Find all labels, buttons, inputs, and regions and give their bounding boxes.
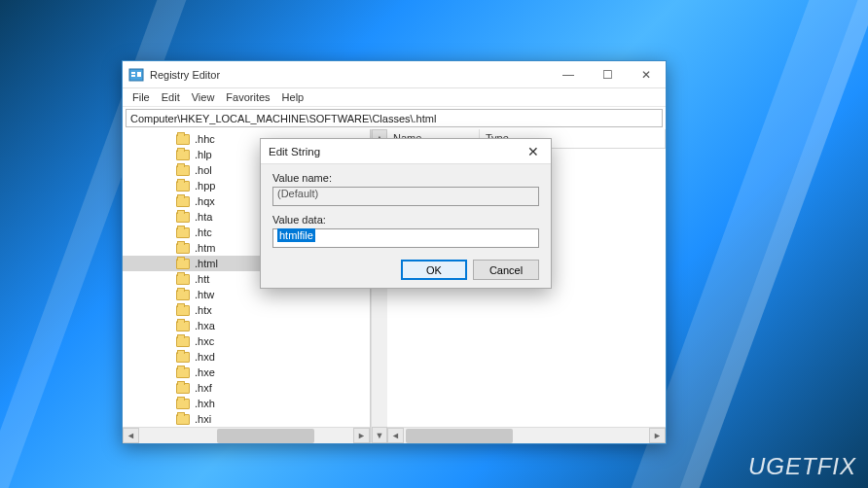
tree-item-label: .hhc: [195, 133, 215, 145]
tree-item-label: .hxd: [195, 351, 215, 363]
svg-rect-2: [131, 75, 135, 77]
folder-icon: [176, 336, 190, 347]
folder-icon: [176, 383, 190, 394]
folder-icon: [176, 352, 190, 363]
ok-button[interactable]: OK: [401, 260, 467, 280]
tree-item[interactable]: .hxa: [123, 318, 370, 333]
menu-edit[interactable]: Edit: [156, 91, 186, 103]
dialog-buttons: OK Cancel: [272, 256, 539, 280]
dialog-title: Edit String: [269, 146, 524, 157]
scroll-right-icon[interactable]: ►: [649, 428, 666, 443]
tree-item-label: .htc: [195, 227, 212, 238]
dialog-close-icon[interactable]: ✕: [524, 144, 543, 159]
tree-item[interactable]: .hxd: [123, 349, 370, 365]
value-name-input[interactable]: (Default): [272, 187, 539, 206]
menu-favorites[interactable]: Favorites: [220, 91, 275, 103]
tree-item[interactable]: .hxf: [123, 380, 370, 396]
svg-rect-1: [131, 72, 135, 74]
folder-icon: [176, 227, 190, 238]
tree-item[interactable]: .hxi: [123, 411, 370, 427]
cancel-button[interactable]: Cancel: [473, 260, 539, 280]
tree-item[interactable]: .htx: [123, 302, 370, 318]
dialog-titlebar[interactable]: Edit String ✕: [261, 139, 551, 164]
maximize-button[interactable]: ☐: [588, 61, 627, 88]
scroll-left-icon[interactable]: ◄: [387, 428, 404, 443]
address-text: Computer\HKEY_LOCAL_MACHINE\SOFTWARE\Cla…: [130, 113, 436, 124]
folder-icon: [176, 305, 190, 316]
tree-item[interactable]: .hxh: [123, 396, 370, 411]
tree-item-label: .hlp: [195, 149, 212, 160]
tree-item-label: .htm: [195, 242, 215, 254]
folder-icon: [176, 212, 190, 223]
scroll-left-icon[interactable]: ◄: [123, 428, 139, 443]
folder-icon: [176, 196, 190, 207]
tree-item-label: .hxf: [195, 382, 212, 394]
tree-item-label: .htt: [195, 273, 209, 285]
tree-item-label: .htx: [195, 304, 212, 316]
tree-item-label: .hxe: [195, 366, 215, 378]
dialog-body: Value name: (Default) Value data: htmlfi…: [261, 164, 551, 288]
folder-icon: [176, 290, 190, 300]
scroll-thumb[interactable]: [406, 429, 513, 443]
value-data-input[interactable]: htmlfile: [272, 228, 539, 248]
folder-icon: [176, 274, 190, 285]
tree-item-label: .hta: [195, 211, 212, 223]
edit-string-dialog: Edit String ✕ Value name: (Default) Valu…: [260, 138, 552, 289]
folder-icon: [176, 367, 190, 378]
tree-item[interactable]: .hxc: [123, 333, 370, 349]
tree-item-label: .hxi: [195, 413, 211, 425]
menu-file[interactable]: File: [127, 91, 156, 103]
scroll-down-icon[interactable]: ▼: [372, 427, 387, 443]
regedit-icon: [128, 67, 144, 83]
scroll-track[interactable]: [404, 428, 649, 443]
scroll-right-icon[interactable]: ►: [353, 428, 370, 443]
folder-icon: [176, 321, 190, 331]
titlebar[interactable]: Registry Editor — ☐ ✕: [123, 61, 666, 88]
menubar: File Edit View Favorites Help: [123, 88, 666, 107]
svg-rect-3: [137, 72, 141, 77]
folder-icon: [176, 399, 190, 409]
tree-item-label: .hqx: [195, 195, 215, 207]
folder-icon: [176, 165, 190, 176]
tree-item-label: .hol: [195, 164, 212, 176]
folder-icon: [176, 259, 190, 269]
tree-item-label: .hxa: [195, 320, 215, 331]
scroll-track[interactable]: [139, 428, 353, 443]
folder-icon: [176, 243, 190, 254]
address-bar[interactable]: Computer\HKEY_LOCAL_MACHINE\SOFTWARE\Cla…: [126, 109, 663, 127]
scroll-thumb[interactable]: [217, 429, 314, 443]
tree-item[interactable]: .hxe: [123, 365, 370, 380]
window-title: Registry Editor: [150, 69, 549, 81]
list-hscrollbar[interactable]: ◄ ►: [387, 427, 666, 443]
folder-icon: [176, 181, 190, 192]
folder-icon: [176, 134, 190, 145]
minimize-button[interactable]: —: [549, 61, 588, 88]
tree-item[interactable]: .htw: [123, 287, 370, 302]
value-name-label: Value name:: [272, 172, 539, 184]
tree-item-label: .hpp: [195, 180, 215, 192]
tree-item-label: .hxh: [195, 398, 215, 409]
watermark: UGETFIX: [748, 453, 856, 480]
tree-item-label: .hxc: [195, 335, 214, 347]
folder-icon: [176, 414, 190, 425]
tree-item-label: .htw: [195, 289, 214, 300]
close-button[interactable]: ✕: [627, 61, 666, 88]
value-data-label: Value data:: [272, 214, 539, 226]
tree-item-label: .html: [195, 258, 218, 269]
menu-help[interactable]: Help: [276, 91, 310, 103]
menu-view[interactable]: View: [186, 91, 221, 103]
bg-streak: [680, 0, 868, 488]
folder-icon: [176, 150, 190, 160]
tree-hscrollbar[interactable]: ◄ ►: [123, 427, 370, 443]
